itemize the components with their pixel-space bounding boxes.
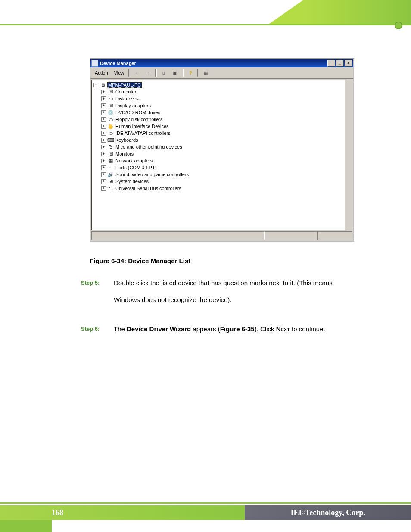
expand-icon[interactable]: + [101, 90, 106, 94]
tree-node[interactable]: +🔊Sound, video and game controllers [101, 171, 350, 178]
device-icon: ▦ [107, 158, 114, 164]
toolbar-help-icon[interactable]: ? [185, 68, 196, 78]
page-header-decor [0, 0, 411, 34]
step-text: The Device Driver Wizard appears (Figure… [114, 324, 352, 334]
device-label: Network adapters [115, 158, 153, 163]
nav-back-icon[interactable]: ← [132, 68, 142, 78]
device-icon: 🔊 [107, 171, 114, 177]
device-icon: ⌨ [107, 137, 114, 143]
device-icon: ⌁ [107, 165, 114, 171]
device-label: Keyboards [115, 137, 138, 143]
scrollbar[interactable] [345, 80, 352, 230]
collapse-icon[interactable]: − [93, 83, 98, 87]
computer-icon: 🖥 [99, 82, 106, 88]
step-6: Step 6: The Device Driver Wizard appears… [81, 324, 352, 342]
device-icon: 🖥 [107, 103, 114, 109]
menu-view[interactable]: View [112, 70, 127, 76]
device-label: System devices [115, 179, 149, 184]
step-5: Step 5: Double click the listed device t… [81, 278, 352, 312]
device-manager-window: Device Manager _ □ × Action View ← → ⧉ ▣… [90, 58, 354, 242]
tree-node[interactable]: +🖱Mice and other pointing devices [101, 143, 350, 150]
document-page: Device Manager _ □ × Action View ← → ⧉ ▣… [0, 0, 411, 532]
expand-icon[interactable]: + [101, 110, 106, 115]
expand-icon[interactable]: + [101, 103, 106, 108]
device-icon: 🖱 [107, 144, 114, 150]
tree-node[interactable]: +💿DVD/CD-ROM drives [101, 109, 350, 116]
device-icon: ⬭ [107, 96, 114, 102]
device-label: Mice and other pointing devices [115, 144, 182, 149]
tree-node[interactable]: +🖐Human Interface Devices [101, 123, 350, 130]
nav-forward-icon[interactable]: → [143, 68, 153, 78]
device-label: Display adapters [115, 103, 151, 108]
step-text: Double click the listed device that has … [114, 278, 352, 288]
device-label: DVD/CD-ROM drives [115, 110, 160, 115]
tree-node[interactable]: +⌨Keyboards [101, 137, 350, 143]
expand-icon[interactable]: + [101, 186, 106, 191]
expand-icon[interactable]: + [101, 124, 106, 129]
figure-caption: Figure 6-34: Device Manager List [90, 257, 190, 264]
expand-icon[interactable]: + [101, 165, 106, 170]
device-icon: 🖐 [107, 123, 114, 129]
status-bar [91, 231, 352, 240]
close-button[interactable]: × [345, 60, 352, 67]
device-label: Floppy disk controllers [115, 117, 162, 122]
expand-icon[interactable]: + [101, 145, 106, 149]
tree-node[interactable]: +⇋Universal Serial Bus controllers [101, 185, 350, 192]
device-label: Computer [115, 89, 136, 94]
minimize-button[interactable]: _ [327, 60, 335, 67]
app-icon [91, 60, 98, 67]
expand-icon[interactable]: + [101, 117, 106, 122]
toolbar-icon-1[interactable]: ⧉ [159, 68, 169, 78]
device-icon: 🖥 [107, 89, 114, 95]
tree-node[interactable]: +⬭IDE ATA/ATAPI controllers [101, 130, 350, 137]
expand-icon[interactable]: + [101, 179, 106, 184]
device-icon: ⬭ [107, 116, 114, 122]
step-text: Windows does not recognize the device). [114, 295, 352, 305]
device-label: Human Interface Devices [115, 124, 169, 129]
expand-icon[interactable]: + [101, 152, 106, 156]
device-label: IDE ATA/ATAPI controllers [115, 131, 171, 136]
tree-node[interactable]: +⬭Floppy disk controllers [101, 116, 350, 123]
device-icon: 🖥 [107, 178, 114, 184]
window-titlebar: Device Manager _ □ × [90, 59, 353, 67]
root-label: MPM-PAUL-PC [107, 82, 142, 88]
tree-node[interactable]: +🖥Monitors [101, 150, 350, 157]
toolbar-icon-4[interactable]: ▦ [201, 68, 211, 78]
body-text: Step 5: Double click the listed device t… [81, 278, 352, 354]
toolbar-icon-2[interactable]: ▣ [170, 68, 180, 78]
device-icon: 💿 [107, 109, 114, 115]
device-label: Monitors [115, 151, 134, 156]
menu-action[interactable]: Action [92, 70, 111, 76]
expand-icon[interactable]: + [101, 172, 106, 177]
device-icon: ⇋ [107, 185, 114, 191]
tree-node[interactable]: +🖥Computer [101, 88, 350, 95]
device-icon: ⬭ [107, 130, 114, 136]
tree-root[interactable]: − 🖥 MPM-PAUL-PC [93, 82, 350, 88]
device-tree: − 🖥 MPM-PAUL-PC +🖥Computer+⬭Disk drives+… [91, 80, 352, 230]
tree-node[interactable]: +⬭Disk drives [101, 95, 350, 102]
device-label: Sound, video and game controllers [115, 172, 189, 177]
tree-node[interactable]: +▦Network adapters [101, 157, 350, 164]
menu-toolbar: Action View ← → ⧉ ▣ ? ▦ [90, 67, 353, 79]
tree-node[interactable]: +🖥Display adapters [101, 102, 350, 109]
expand-icon[interactable]: + [101, 138, 106, 143]
maximize-button[interactable]: □ [336, 60, 344, 67]
device-label: Ports (COM & LPT) [115, 165, 156, 170]
tree-children: +🖥Computer+⬭Disk drives+🖥Display adapter… [101, 88, 350, 192]
device-label: Universal Serial Bus controllers [115, 186, 181, 191]
expand-icon[interactable]: + [101, 96, 106, 101]
step-label: Step 5: [81, 278, 114, 312]
device-icon: 🖥 [107, 151, 114, 157]
tree-node[interactable]: +🖥System devices [101, 178, 350, 185]
tree-node[interactable]: +⌁Ports (COM & LPT) [101, 164, 350, 171]
device-label: Disk drives [115, 96, 139, 101]
page-footer: 168 IEI® Technology, Corp. [0, 502, 411, 532]
window-title: Device Manager [100, 61, 136, 66]
expand-icon[interactable]: + [101, 131, 106, 136]
footer-brand: IEI® Technology, Corp. [245, 505, 411, 520]
page-number: 168 [0, 505, 245, 520]
expand-icon[interactable]: + [101, 159, 106, 163]
step-label: Step 6: [81, 324, 114, 342]
